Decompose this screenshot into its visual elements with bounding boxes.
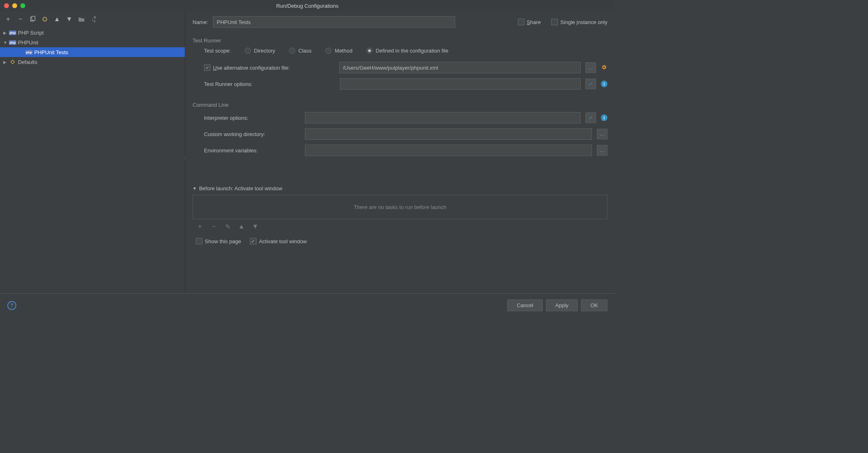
config-tree: ▶ php PHP Script ▼ php PHPUnit php PHPUn… [0, 27, 185, 293]
sort-button[interactable]: ↓az [89, 14, 99, 24]
main-panel: ⋮⋮ Name: SSharehare Single instance only… [185, 11, 615, 293]
interpreter-options-input[interactable] [305, 112, 581, 123]
help-button[interactable]: ? [7, 301, 16, 310]
tree-label: PHPUnit [18, 40, 38, 46]
resize-handle[interactable]: ⋮⋮ [183, 156, 186, 159]
tree-item-phpunit[interactable]: ▼ php PHPUnit [0, 37, 185, 47]
window-title: Run/Debug Configurations [276, 3, 338, 9]
folder-button[interactable] [77, 14, 86, 24]
radio-directory[interactable]: Directory [245, 48, 275, 54]
env-vars-input[interactable] [305, 145, 592, 156]
titlebar: Run/Debug Configurations [0, 0, 615, 11]
interpreter-options-label: Interpreter options: [204, 115, 300, 121]
remove-config-button[interactable]: − [15, 14, 25, 24]
use-alt-config-label: Use alternative configuration file: [213, 65, 290, 71]
working-dir-input[interactable] [305, 128, 592, 140]
test-runner-header: Test Runner [193, 37, 607, 44]
empty-tasks-text: There are no tasks to run before launch [354, 204, 447, 210]
traffic-lights [4, 3, 25, 8]
move-down-button[interactable]: ▼ [64, 14, 74, 24]
test-scope-label: Test scope: [204, 48, 231, 54]
show-page-checkbox[interactable]: Show this page [196, 238, 241, 244]
runner-options-label: Test Runner options: [204, 81, 293, 87]
edit-defaults-button[interactable] [40, 14, 50, 24]
radio-icon [325, 48, 331, 54]
php-icon: php [25, 49, 33, 55]
cancel-button[interactable]: Cancel [507, 299, 542, 311]
svg-rect-1 [32, 16, 35, 20]
checkbox-icon [551, 19, 558, 25]
before-launch-header[interactable]: ▼ Before launch: Activate tool window [193, 185, 607, 191]
edit-task-button[interactable]: ✎ [223, 222, 232, 231]
move-up-button[interactable]: ▲ [237, 222, 246, 231]
php-icon: php [9, 39, 16, 46]
radio-icon [245, 48, 251, 54]
radio-icon [289, 48, 295, 54]
checkbox-icon [518, 19, 524, 25]
single-instance-checkbox[interactable]: Single instance only [551, 19, 607, 25]
share-checkbox[interactable]: SSharehare [518, 19, 541, 25]
radio-icon [366, 48, 373, 54]
test-scope-group: Test scope: Directory Class Method Defin… [193, 48, 607, 54]
before-launch-tasks: There are no tasks to run before launch [193, 195, 607, 219]
chevron-right-icon: ▶ [3, 60, 9, 64]
maximize-window-button[interactable] [20, 3, 25, 8]
name-label: Name: [193, 19, 208, 25]
ok-button[interactable]: OK [581, 299, 607, 311]
env-vars-label: Environment variables: [204, 147, 300, 154]
add-config-button[interactable]: + [3, 14, 13, 24]
working-dir-label: Custom working directory: [204, 131, 300, 137]
apply-button[interactable]: Apply [546, 299, 578, 311]
name-input[interactable] [213, 16, 455, 28]
checkbox-icon [196, 238, 202, 244]
svg-point-3 [11, 61, 14, 64]
tree-label: Defaults [18, 59, 37, 65]
tree-item-phpunit-tests[interactable]: php PHPUnit Tests [0, 47, 185, 57]
sidebar: + − ▲ ▼ ↓az ▶ php PHP Script ▼ php [0, 11, 185, 293]
browse-button[interactable]: … [597, 145, 607, 156]
checkbox-icon [204, 64, 210, 71]
command-line-header: Command Line [193, 102, 607, 108]
single-instance-label: Single instance only [560, 19, 607, 25]
sidebar-toolbar: + − ▲ ▼ ↓az [0, 11, 185, 27]
close-window-button[interactable] [4, 3, 9, 8]
browse-button[interactable]: … [597, 129, 607, 139]
add-task-button[interactable]: + [195, 222, 205, 231]
dialog-footer: ? Cancel Apply OK [0, 293, 615, 317]
copy-config-button[interactable] [28, 14, 37, 24]
tree-label: PHPUnit Tests [34, 49, 68, 55]
move-down-button[interactable]: ▼ [250, 222, 260, 231]
activate-tool-checkbox[interactable]: Activate tool window [250, 238, 307, 244]
svg-point-5 [603, 66, 605, 68]
checkbox-icon [250, 238, 256, 244]
alt-config-path-input[interactable] [339, 62, 581, 73]
before-launch-toolbar: + − ✎ ▲ ▼ [193, 219, 607, 231]
config-settings-icon[interactable] [601, 64, 607, 72]
gear-icon [9, 59, 16, 65]
tree-item-defaults[interactable]: ▶ Defaults [0, 57, 185, 67]
tree-item-php-script[interactable]: ▶ php PHP Script [0, 28, 185, 37]
chevron-right-icon: ▶ [3, 31, 9, 35]
tree-label: PHP Script [18, 30, 44, 36]
minimize-window-button[interactable] [12, 3, 17, 8]
info-icon[interactable]: i [601, 114, 607, 121]
info-icon[interactable]: i [601, 81, 607, 87]
share-label: SSharehare [527, 19, 541, 25]
browse-button[interactable]: … [585, 62, 596, 73]
use-alt-config-checkbox[interactable]: Use alternative configuration file: [204, 64, 334, 71]
chevron-down-icon: ▼ [193, 186, 197, 191]
radio-config-file[interactable]: Defined in the configuration file [366, 48, 449, 54]
php-icon: php [9, 29, 16, 36]
remove-task-button[interactable]: − [209, 222, 219, 231]
runner-options-input[interactable] [340, 78, 581, 90]
expand-button[interactable]: ⤢ [585, 112, 596, 123]
expand-button[interactable]: ⤢ [585, 79, 596, 89]
radio-class[interactable]: Class [289, 48, 312, 54]
radio-method[interactable]: Method [325, 48, 352, 54]
move-up-button[interactable]: ▲ [52, 14, 62, 24]
chevron-down-icon: ▼ [3, 40, 9, 45]
